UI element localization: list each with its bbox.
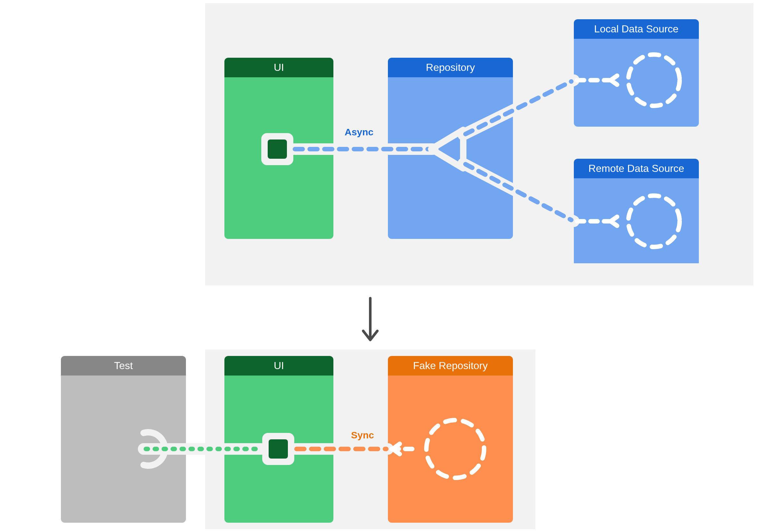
box-repository: Repository xyxy=(388,58,513,239)
label-async: Async xyxy=(345,127,373,137)
box-fake-repository: Fake Repository xyxy=(388,356,513,523)
box-local-data-source: Local Data Source xyxy=(574,19,699,127)
transition-arrow xyxy=(363,298,377,340)
box-remote-title: Remote Data Source xyxy=(574,159,699,178)
box-test-title: Test xyxy=(61,356,186,375)
box-ui-top: UI xyxy=(224,58,334,239)
box-repository-title: Repository xyxy=(388,58,513,77)
box-ui-top-title: UI xyxy=(224,58,334,77)
box-ui-bottom-title: UI xyxy=(224,356,334,375)
box-remote-data-source: Remote Data Source xyxy=(574,159,699,266)
box-fake-repo-title: Fake Repository xyxy=(388,356,513,375)
label-sync: Sync xyxy=(351,430,374,440)
architecture-diagram: UI Repository Local Data Source Remote D… xyxy=(0,0,779,532)
box-test: Test xyxy=(61,356,186,523)
box-ui-bottom: UI xyxy=(224,356,334,523)
box-local-title: Local Data Source xyxy=(574,19,699,39)
